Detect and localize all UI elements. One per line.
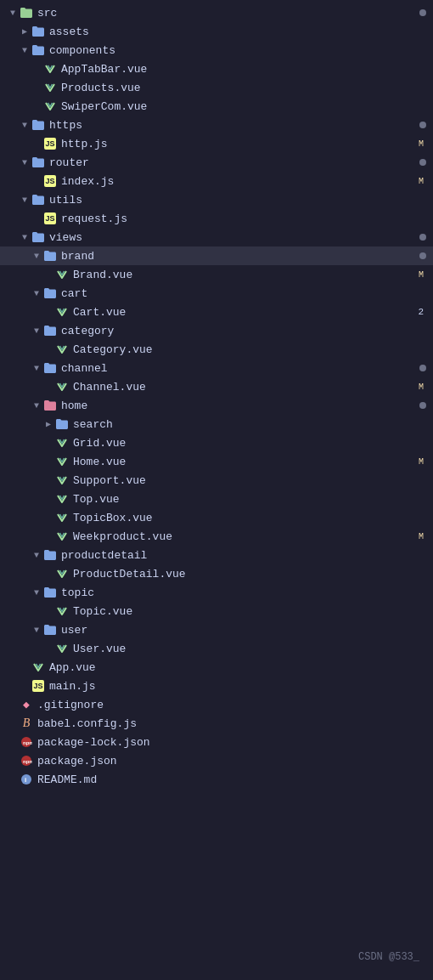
tree-item-components[interactable]: components (0, 41, 433, 59)
tree-item-src[interactable]: src (0, 3, 433, 22)
item-label: README.md (37, 773, 426, 786)
leaf-spacer (7, 699, 19, 711)
tree-item-SwiperCom.vue[interactable]: SwiperCom.vue (0, 97, 433, 116)
tree-item-package-lock.json[interactable]: npm package-lock.json (0, 733, 433, 751)
vue-file-icon (54, 641, 70, 656)
tree-item-Home.vue[interactable]: Home.vueM (0, 452, 433, 471)
item-label: Home.vue (73, 456, 411, 468)
leaf-spacer (42, 474, 54, 486)
folder-icon (42, 248, 58, 263)
tree-item-productdetail[interactable]: productdetail (0, 546, 433, 564)
tree-item-search[interactable]: search (0, 415, 433, 433)
tree-item-router[interactable]: router (0, 153, 433, 172)
tree-item-TopicBox.vue[interactable]: TopicBox.vue (0, 508, 433, 527)
folder-icon (31, 229, 46, 245)
tree-item-ProductDetail.vue[interactable]: ProductDetail.vue (0, 564, 433, 583)
tree-item-channel[interactable]: channel (0, 359, 433, 377)
folder-icon (31, 192, 46, 207)
chevron-down-icon (31, 325, 42, 337)
item-label: request.js (61, 212, 426, 225)
item-label: cart (61, 287, 426, 300)
tree-item-App.vue[interactable]: App.vue (0, 658, 433, 677)
item-label: App.vue (49, 661, 426, 674)
chevron-down-icon (19, 119, 31, 131)
tree-item-home[interactable]: home (0, 396, 433, 415)
tree-item-http.js[interactable]: JShttp.jsM (0, 134, 433, 153)
vue-file-icon (54, 304, 70, 320)
status-dot (419, 365, 426, 371)
item-label: brand (61, 250, 414, 263)
item-label: babel.config.js (37, 717, 426, 730)
item-label: User.vue (73, 643, 426, 655)
tree-item-User.vue[interactable]: User.vue (0, 639, 433, 658)
leaf-spacer (7, 755, 19, 767)
svg-text:i: i (25, 776, 26, 784)
modified-badge: M (416, 270, 426, 280)
tree-item-utils[interactable]: utils (0, 190, 433, 209)
leaf-spacer (19, 680, 31, 692)
item-label: Grid.vue (73, 437, 426, 450)
item-label: Cart.vue (73, 306, 410, 319)
tree-item-main.js[interactable]: JSmain.js (0, 677, 433, 695)
tree-item-Channel.vue[interactable]: Channel.vueM (0, 377, 433, 396)
js-file-icon: JS (31, 678, 46, 694)
status-dot (419, 122, 426, 128)
leaf-spacer (42, 605, 54, 617)
tree-item-README.md[interactable]: i README.md (0, 770, 433, 789)
tree-item-Cart.vue[interactable]: Cart.vue2 (0, 303, 433, 321)
vue-file-icon (42, 61, 58, 76)
leaf-spacer (31, 138, 42, 150)
vue-file-icon (54, 566, 70, 581)
tree-item-https[interactable]: https (0, 116, 433, 134)
tree-item-Support.vue[interactable]: Support.vue (0, 471, 433, 490)
folder-icon (42, 286, 58, 301)
folder-icon (42, 585, 58, 600)
tree-item-Category.vue[interactable]: Category.vue (0, 340, 433, 359)
tree-item-.gitignore[interactable]: ◆.gitignore (0, 695, 433, 714)
tree-item-package.json[interactable]: npm package.json (0, 751, 433, 770)
tree-item-Products.vue[interactable]: Products.vue (0, 78, 433, 97)
js-file-icon: JS (42, 173, 58, 189)
tree-item-Top.vue[interactable]: Top.vue (0, 490, 433, 508)
item-label: search (73, 418, 426, 431)
tree-item-index.js[interactable]: JSindex.jsM (0, 172, 433, 190)
tree-item-babel.config.js[interactable]: Bbabel.config.js (0, 714, 433, 733)
tree-item-user[interactable]: user (0, 620, 433, 639)
tree-item-Brand.vue[interactable]: Brand.vueM (0, 265, 433, 284)
tree-item-views[interactable]: views (0, 228, 433, 246)
folder-icon (42, 360, 58, 376)
chevron-down-icon (19, 44, 31, 56)
tree-item-AppTabBar.vue[interactable]: AppTabBar.vue (0, 59, 433, 78)
tree-item-Topic.vue[interactable]: Topic.vue (0, 602, 433, 620)
leaf-spacer (42, 306, 54, 318)
svg-text:npm: npm (23, 740, 32, 745)
tree-item-category[interactable]: category (0, 321, 433, 340)
tree-item-assets[interactable]: assets (0, 22, 433, 41)
vue-file-icon (54, 510, 70, 525)
item-label: router (49, 156, 414, 169)
tree-item-topic[interactable]: topic (0, 583, 433, 602)
leaf-spacer (42, 643, 54, 654)
vue-file-icon (54, 529, 70, 544)
tree-item-brand[interactable]: brand (0, 246, 433, 265)
chevron-down-icon (31, 250, 42, 262)
item-label: topic (61, 586, 426, 599)
js-file-icon: JS (42, 136, 58, 151)
tree-item-Grid.vue[interactable]: Grid.vue (0, 433, 433, 452)
item-label: AppTabBar.vue (61, 63, 426, 76)
item-label: home (61, 399, 414, 412)
js-file-icon: JS (42, 211, 58, 226)
tree-item-request.js[interactable]: JSrequest.js (0, 209, 433, 228)
chevron-down-icon (19, 194, 31, 206)
vue-file-icon (54, 379, 70, 394)
chevron-down-icon (19, 156, 31, 168)
item-label: package-lock.json (37, 736, 426, 749)
count-badge: 2 (415, 307, 426, 317)
status-dot (419, 402, 426, 409)
tree-item-Weekproduct.vue[interactable]: Weekproduct.vueM (0, 527, 433, 546)
item-label: TopicBox.vue (73, 512, 426, 524)
vue-file-icon (54, 267, 70, 282)
tree-item-cart[interactable]: cart (0, 284, 433, 303)
modified-badge: M (416, 139, 426, 149)
item-label: Channel.vue (73, 381, 411, 394)
